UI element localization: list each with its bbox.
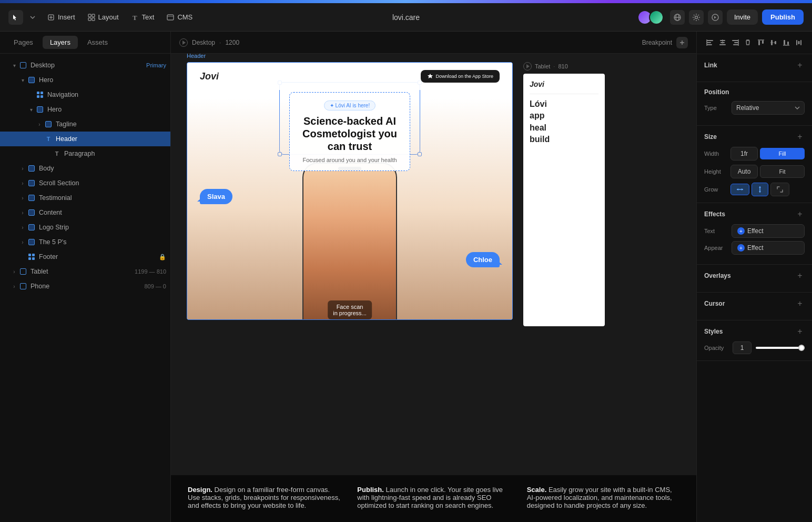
- frame-label: Header: [187, 54, 206, 59]
- size-title: Size: [704, 133, 717, 140]
- layer-header[interactable]: T Header: [0, 132, 170, 146]
- avatar-2: [649, 10, 664, 25]
- add-breakpoint-button[interactable]: [676, 37, 688, 48]
- bubble-slava: Slava: [200, 189, 232, 204]
- layer-5ps[interactable]: › The 5 P's: [0, 235, 170, 249]
- layer-icon-desktop: [19, 61, 27, 69]
- desktop-play-icon: [179, 38, 188, 47]
- text-button[interactable]: T Text: [126, 10, 160, 24]
- align-left-button[interactable]: [704, 36, 716, 49]
- bottom-scale-text: Easily grow your site with a built-in CM…: [527, 486, 672, 509]
- height-row: Height Auto Fit: [704, 165, 805, 178]
- alignment-tools: [697, 32, 812, 54]
- bottom-design-title: Design.: [188, 486, 212, 494]
- bottom-scale-title: Scale.: [527, 486, 547, 494]
- text-effect-label: Text: [704, 228, 728, 234]
- link-add-button[interactable]: +: [795, 61, 805, 70]
- layer-scroll-section[interactable]: › Scroll Section: [0, 176, 170, 190]
- tab-layers[interactable]: Layers: [43, 36, 78, 49]
- styles-section: Styles + Opacity 1: [697, 320, 812, 361]
- layout-button[interactable]: Layout: [83, 10, 124, 24]
- settings-button[interactable]: [689, 10, 704, 25]
- tablet-play-icon: [523, 62, 532, 71]
- position-type-select[interactable]: Relative: [732, 101, 805, 115]
- size-add-button[interactable]: +: [795, 132, 805, 142]
- layer-hero-group[interactable]: ▾ Hero: [0, 73, 170, 87]
- appear-effect-label: Appear: [704, 245, 728, 251]
- overlays-add-button[interactable]: +: [795, 271, 805, 280]
- grow-horizontal-button[interactable]: [730, 184, 749, 195]
- opacity-row: Opacity 1: [704, 342, 805, 354]
- bottom-col-publish: Publish. Launch in one click. Your site …: [357, 486, 526, 511]
- svg-rect-4: [92, 14, 95, 17]
- canvas-area: Desktop · 1200 Breakpoint Header: [171, 32, 696, 522]
- layer-content[interactable]: › Content: [0, 205, 170, 220]
- desktop-width: 1200: [225, 39, 239, 46]
- text-effect-row: Text + Effect: [704, 224, 805, 238]
- align-center-v-button[interactable]: [768, 36, 779, 49]
- bottom-col-design: Design. Design on a familiar free-form c…: [188, 486, 357, 511]
- layer-desktop[interactable]: ▾ Desktop Primary: [0, 58, 170, 73]
- preview-logo: Jovi: [200, 71, 219, 82]
- opacity-slider[interactable]: [756, 347, 805, 349]
- layer-testimonial[interactable]: › Testimonial: [0, 190, 170, 205]
- layer-tablet[interactable]: › Tablet 1199 — 810: [0, 264, 170, 279]
- align-right-button[interactable]: [729, 36, 741, 49]
- layer-logo-strip[interactable]: › Logo Strip: [0, 220, 170, 235]
- width-value[interactable]: 1fr: [730, 147, 758, 160]
- preview-navbar: Jovi Download on the App Store: [187, 63, 512, 90]
- grow-expand-button[interactable]: [770, 183, 789, 196]
- width-mode[interactable]: Fill: [760, 148, 805, 159]
- preview-button[interactable]: [708, 10, 723, 25]
- align-bottom-button[interactable]: [780, 36, 792, 49]
- layer-hero-inner[interactable]: ▾ Hero: [0, 102, 170, 117]
- insert-button[interactable]: Insert: [42, 10, 80, 24]
- scan-text: Face scanin progress...: [328, 300, 372, 319]
- grow-vertical-button[interactable]: [752, 183, 768, 196]
- layer-body[interactable]: › Body: [0, 161, 170, 176]
- publish-button[interactable]: Publish: [762, 9, 804, 25]
- cursor-add-button[interactable]: +: [795, 299, 805, 308]
- tablet-preview: Jovi Lóviapphealbuild: [523, 74, 605, 326]
- styles-add-button[interactable]: +: [795, 327, 805, 336]
- bubble-chloe: Chloe: [466, 252, 500, 267]
- canvas-toolbar: Desktop · 1200 Breakpoint: [171, 32, 696, 54]
- svg-rect-25: [732, 40, 738, 41]
- layer-phone[interactable]: › Phone 809 — 0: [0, 279, 170, 294]
- link-title: Link: [704, 62, 717, 69]
- cms-button[interactable]: CMS: [161, 10, 198, 24]
- tool-dropdown-button[interactable]: [25, 10, 40, 25]
- delete-button[interactable]: [742, 36, 754, 49]
- effects-add-button[interactable]: +: [795, 209, 805, 219]
- right-panel: Link + Position Type Relative Size +: [696, 32, 812, 522]
- styles-title: Styles: [704, 328, 723, 335]
- breakpoint-label: Breakpoint: [642, 39, 672, 46]
- globe-button[interactable]: [670, 10, 685, 25]
- layer-tagline[interactable]: › Tagline: [0, 117, 170, 132]
- tab-assets[interactable]: Assets: [80, 36, 115, 49]
- hero-badge: ✦ Lóvi AI is here!: [324, 101, 375, 111]
- size-section: Size + Width 1fr Fill Height Auto Fit Gr…: [697, 126, 812, 203]
- tool-selector-button[interactable]: [8, 10, 23, 25]
- appear-effect-button[interactable]: + Effect: [732, 241, 805, 255]
- height-value[interactable]: Auto: [730, 165, 758, 178]
- distribute-button[interactable]: [793, 36, 805, 49]
- svg-rect-6: [92, 18, 95, 21]
- align-top-button[interactable]: [755, 36, 767, 49]
- text-effect-button[interactable]: + Effect: [732, 224, 805, 238]
- invite-button[interactable]: Invite: [727, 9, 758, 25]
- align-center-h-button[interactable]: [717, 36, 728, 49]
- opacity-value[interactable]: 1: [733, 342, 752, 354]
- preview-app-button: Download on the App Store: [421, 70, 500, 83]
- svg-rect-36: [787, 42, 789, 45]
- svg-rect-8: [167, 15, 174, 20]
- grow-label: Grow: [704, 186, 728, 193]
- layer-navigation[interactable]: Navigation: [0, 87, 170, 102]
- layer-paragraph[interactable]: T Paragraph: [0, 146, 170, 161]
- height-mode[interactable]: Fit: [760, 165, 805, 178]
- toolbar-left: Insert Layout T Text CMS: [8, 10, 635, 25]
- svg-rect-18: [707, 42, 711, 43]
- layers-tree: ▾ Desktop Primary ▾ Hero Navigation: [0, 54, 170, 522]
- layer-footer[interactable]: Footer 🔒: [0, 249, 170, 264]
- tab-pages[interactable]: Pages: [6, 36, 40, 49]
